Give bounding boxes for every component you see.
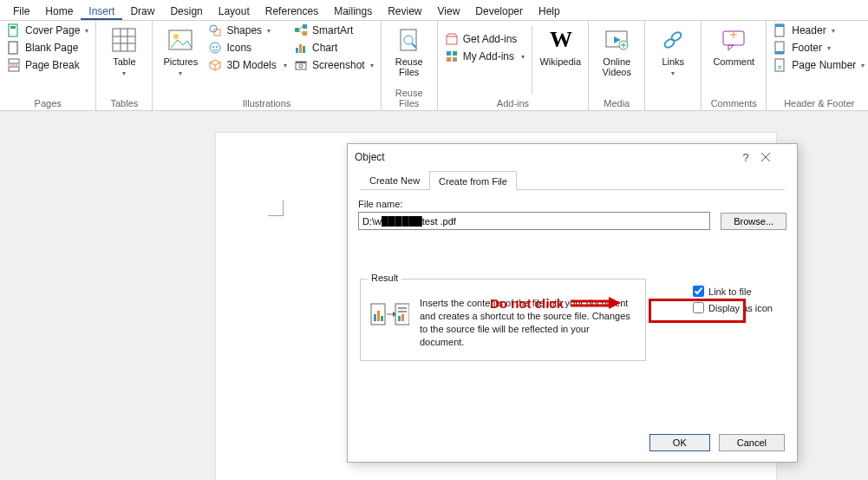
shapes-label: Shapes [226,24,262,36]
svg-rect-20 [295,28,299,32]
screenshot-button[interactable]: Screenshot ▾ [292,57,375,73]
annotation-box [649,299,746,323]
svg-rect-22 [303,31,307,36]
result-legend: Result [368,273,401,283]
svg-rect-38 [453,57,457,62]
footer-button[interactable]: Footer ▾ [772,40,866,56]
chart-label: Chart [312,42,337,54]
smartart-button[interactable]: SmartArt [292,23,375,38]
svg-rect-2 [9,42,17,54]
3d-models-icon [208,58,222,72]
result-description: Inserts the contents of the file into yo… [420,297,636,348]
svg-rect-4 [9,67,19,71]
header-label: Header [792,24,826,36]
reuse-files-icon [395,26,423,54]
svg-rect-11 [169,30,192,49]
svg-rect-34 [447,36,457,44]
my-addins-label: My Add-ins [463,50,514,62]
svg-rect-35 [447,51,451,56]
svg-point-13 [210,25,217,32]
result-icon [369,297,409,348]
table-button[interactable]: Table ▾ [101,23,147,77]
help-button[interactable]: ? [731,151,760,164]
chart-icon [294,41,308,55]
tab-help[interactable]: Help [531,2,568,20]
chevron-down-icon: ▾ [85,27,88,35]
chevron-down-icon: ▾ [832,27,835,35]
shapes-icon [208,23,222,37]
group-comments-label: Comments [707,98,760,110]
browse-button[interactable]: Browse... [721,213,786,230]
tab-developer[interactable]: Developer [467,2,531,20]
tab-create-from-file[interactable]: Create from File [429,171,517,190]
link-to-file-checkbox[interactable]: Link to file [693,285,773,298]
store-icon [445,32,459,46]
chevron-down-icon: ▾ [671,69,675,77]
file-name-label: File name: [358,199,786,209]
svg-text:#: # [778,63,782,71]
footer-icon [773,41,787,55]
page-number-icon: # [773,58,787,72]
online-videos-label: Online Videos [596,56,637,77]
chart-button[interactable]: Chart [292,40,375,56]
group-links: Links ▾ [645,21,702,110]
svg-point-15 [210,43,220,53]
get-addins-button[interactable]: Get Add-ins [443,31,527,47]
header-button[interactable]: Header ▾ [772,23,866,38]
chevron-down-icon: ▾ [370,62,374,69]
tab-create-new[interactable]: Create New [360,170,429,189]
page-break-icon [7,58,21,72]
tab-layout[interactable]: Layout [211,2,258,20]
svg-rect-60 [374,314,376,321]
close-icon [760,152,771,162]
blank-page-label: Blank Page [25,42,78,54]
tab-file[interactable]: File [5,2,37,20]
table-label: Table [113,56,135,67]
blank-page-button[interactable]: Blank Page [5,40,90,56]
ribbon-tabs: File Home Insert Draw Design Layout Refe… [0,0,868,21]
tab-mailings[interactable]: Mailings [326,2,380,20]
margin-mark-tl [268,201,284,216]
3d-models-button[interactable]: 3D Models ▾ [206,57,289,73]
svg-rect-52 [775,24,784,27]
svg-rect-21 [303,24,307,29]
page-number-button[interactable]: # Page Number ▾ [772,57,866,73]
comment-label: Comment [713,56,754,67]
page-break-button[interactable]: Page Break [5,57,90,73]
link-to-file-input[interactable] [693,286,704,297]
tab-review[interactable]: Review [380,2,429,20]
reuse-files-button[interactable]: Reuse Files [387,23,432,77]
cancel-button[interactable]: Cancel [719,434,785,451]
svg-rect-27 [303,46,305,53]
my-addins-button[interactable]: My Add-ins ▾ [443,49,527,64]
svg-rect-25 [296,48,298,53]
icons-button[interactable]: Icons [206,40,289,56]
result-panel: Result Inserts the contents of the file … [360,279,646,361]
pictures-button[interactable]: Pictures ▾ [158,23,203,77]
group-tables: Table ▾ Tables [96,21,153,110]
footer-label: Footer [792,42,822,54]
wikipedia-button[interactable]: W Wikipedia [538,23,583,67]
tab-design[interactable]: Design [162,2,210,20]
tab-insert[interactable]: Insert [81,2,122,20]
close-button[interactable] [760,152,790,162]
svg-rect-62 [381,316,383,321]
svg-point-46 [670,30,682,42]
tab-view[interactable]: View [430,2,468,20]
svg-line-24 [299,30,303,34]
ok-button[interactable]: OK [649,434,710,451]
online-videos-button[interactable]: Online Videos [594,23,639,77]
links-button[interactable]: Links ▾ [650,23,695,77]
comment-button[interactable]: Comment [707,23,760,67]
cover-page-button[interactable]: Cover Page ▾ [5,23,90,38]
file-name-input[interactable] [358,212,710,230]
tab-home[interactable]: Home [37,2,81,20]
icons-icon [208,41,222,55]
tab-draw[interactable]: Draw [122,2,162,20]
tab-references[interactable]: References [258,2,326,20]
addins-icon [445,49,459,63]
group-reuse-files-label: Reuse Files [387,88,432,110]
svg-rect-37 [447,57,451,62]
svg-rect-3 [9,59,19,63]
shapes-button[interactable]: Shapes ▾ [206,23,289,38]
